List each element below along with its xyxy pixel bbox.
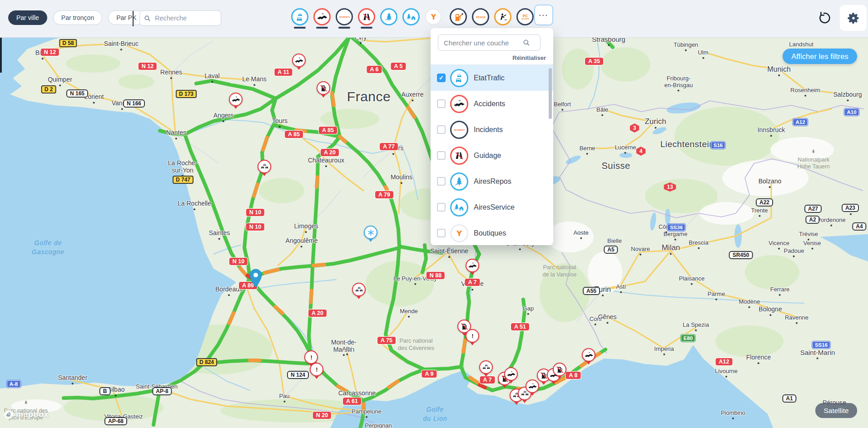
active-underline <box>361 27 372 29</box>
rest-area-icon <box>450 172 468 191</box>
accident-marker[interactable] <box>582 348 595 362</box>
layer-checkbox-boutiques[interactable] <box>437 229 446 237</box>
traffic-icon <box>450 69 468 87</box>
mapbox-logo-icon <box>4 409 14 419</box>
warning-marker[interactable]: ! <box>304 350 318 364</box>
snow-marker[interactable] <box>364 226 377 239</box>
layer-item-boutiques[interactable]: YBoutiques <box>431 220 553 246</box>
svg-text:Y: Y <box>430 13 436 21</box>
no-fuel-marker[interactable] <box>317 81 330 95</box>
layer-label: EtatTrafic <box>474 74 505 82</box>
svg-text:PÉAGE: PÉAGE <box>476 15 486 18</box>
gear-icon <box>847 11 860 25</box>
layer-checkbox-accidents[interactable] <box>437 99 446 108</box>
panel-scrollbar[interactable] <box>549 68 552 119</box>
more-layers-button[interactable]: ··· <box>534 5 553 25</box>
layer-label: Boutiques <box>474 229 506 237</box>
toolbar-toggle-service-area-icon[interactable] <box>402 8 420 25</box>
layer-toggle-row: INCIDENTSYPÉAGEPCSÉCURITÉ <box>291 8 534 25</box>
shop-icon: Y <box>450 224 468 242</box>
active-underline <box>338 27 350 29</box>
accident-marker[interactable] <box>504 367 518 381</box>
layer-label: Incidents <box>474 126 503 134</box>
layer-label: Guidage <box>474 152 501 160</box>
layer-search-box <box>438 34 541 51</box>
undo-icon[interactable] <box>816 11 832 26</box>
toolbar-toggle-pc-security-icon[interactable]: PCSÉCURITÉ <box>516 8 534 25</box>
layers-panel: Réinitialiser ✓EtatTraficAccidentsINCIDE… <box>431 28 553 245</box>
layer-checkbox-etattrafic[interactable]: ✓ <box>437 74 446 82</box>
show-filters-button[interactable]: Afficher les filtres <box>783 49 857 64</box>
traffic-jam-marker[interactable] <box>258 160 271 173</box>
search-input[interactable] <box>154 14 215 22</box>
warning-marker[interactable]: ! <box>466 329 479 343</box>
mapbox-attribution[interactable]: mapbox <box>4 409 49 419</box>
settings-button[interactable] <box>840 5 867 31</box>
traffic-jam-marker[interactable] <box>479 360 493 374</box>
mode-button-par-tron-on[interactable]: Par tronçon <box>53 10 102 25</box>
reset-layers-link[interactable]: Réinitialiser <box>512 54 546 61</box>
incidents-badge-icon: INCIDENTS <box>450 121 468 139</box>
active-underline <box>294 27 306 29</box>
layer-item-accidents[interactable]: Accidents <box>431 91 553 117</box>
layer-item-guidage[interactable]: Guidage <box>431 143 553 168</box>
svg-text:SÉCURITÉ: SÉCURITÉ <box>521 17 529 20</box>
layer-search-input[interactable] <box>443 39 522 47</box>
svg-text:INCIDENTS: INCIDENTS <box>454 128 465 131</box>
toolbar-toggle-traffic-icon[interactable] <box>291 8 308 25</box>
layer-item-incidents[interactable]: INCIDENTSIncidents <box>431 117 553 143</box>
svg-text:Y: Y <box>456 229 462 237</box>
mode-button-par-ville[interactable]: Par ville <box>8 10 47 25</box>
toolbar-toggle-no-motorway-icon[interactable] <box>358 8 375 25</box>
layer-list: ✓EtatTraficAccidentsINCIDENTSIncidentsGu… <box>431 65 553 246</box>
location-pin[interactable] <box>248 268 263 290</box>
toolbar-toggle-shop-icon[interactable]: Y <box>425 8 442 25</box>
no-fuel-marker[interactable] <box>553 363 566 376</box>
toolbar-toggle-fuel-pump-icon[interactable] <box>450 8 467 25</box>
toolbar-toggle-toll-icon[interactable]: PÉAGE <box>472 8 489 25</box>
search-box <box>139 10 221 26</box>
svg-text:!: ! <box>471 333 473 339</box>
layer-label: Accidents <box>474 100 505 108</box>
no-motorway-icon <box>450 147 468 165</box>
toolbar-toggle-accident-icon[interactable] <box>313 8 331 25</box>
warning-marker[interactable]: ! <box>310 363 323 376</box>
satellite-toggle-button[interactable]: Satellite <box>815 403 857 418</box>
layer-label: AiresService <box>474 203 515 212</box>
accident-marker[interactable] <box>229 93 243 106</box>
layer-item-airesrepos[interactable]: AiresRepos <box>431 168 553 194</box>
svg-text:INCIDENTS: INCIDENTS <box>339 16 350 18</box>
active-underline <box>316 27 328 29</box>
svg-text:!: ! <box>316 366 317 373</box>
toolbar-toggle-rest-area-icon[interactable] <box>380 8 397 25</box>
search-icon <box>144 15 151 22</box>
toolbar-divider <box>133 11 134 26</box>
layer-label: AiresRepos <box>474 177 511 186</box>
accident-marker[interactable] <box>466 259 479 272</box>
layer-checkbox-airesservice[interactable] <box>437 203 446 212</box>
traffic-map-app: Par villePar tronçonPar PK INCIDENTSYPÉA… <box>0 0 868 428</box>
view-mode-group: Par villePar tronçonPar PK <box>8 10 145 25</box>
accident-icon <box>450 95 468 113</box>
traffic-jam-marker[interactable] <box>352 283 366 296</box>
svg-text:PC: PC <box>522 14 527 18</box>
layer-item-airesservice[interactable]: AiresService <box>431 194 553 220</box>
accident-marker[interactable] <box>292 54 306 67</box>
layer-item-etattrafic[interactable]: ✓EtatTrafic <box>431 65 553 91</box>
layer-checkbox-guidage[interactable] <box>437 151 446 160</box>
layer-checkbox-airesrepos[interactable] <box>437 177 446 186</box>
search-icon <box>523 39 530 46</box>
accident-marker[interactable] <box>526 379 539 393</box>
layer-checkbox-incidents[interactable] <box>437 125 446 134</box>
service-area-icon <box>450 198 468 216</box>
svg-text:!: ! <box>310 354 312 360</box>
toolbar-toggle-roadworks-icon[interactable] <box>494 8 511 25</box>
toolbar-toggle-incidents-badge-icon[interactable]: INCIDENTS <box>336 8 353 25</box>
